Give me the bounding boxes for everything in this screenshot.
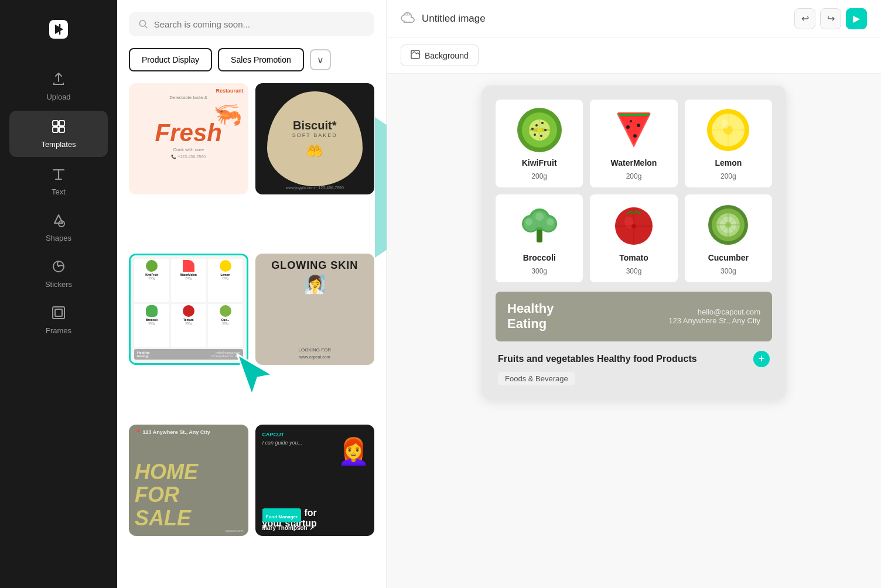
svg-point-17 (535, 124, 538, 127)
sidebar-upload-label: Upload (46, 93, 70, 101)
sidebar-item-shapes[interactable]: Shapes (0, 204, 117, 251)
sidebar-stickers-label: Stickers (45, 280, 72, 289)
lemon-weight: 200g (720, 172, 736, 180)
cursor-pointer (234, 351, 275, 401)
kiwifruit-weight: 200g (531, 172, 547, 180)
background-button[interactable]: Background (401, 45, 479, 66)
svg-rect-1 (53, 121, 58, 126)
product-item-cucumber: Cucumber 300g (685, 194, 772, 282)
search-icon (138, 19, 148, 29)
undo-button[interactable]: ↩ (794, 8, 815, 29)
filter-product-display[interactable]: Product Display (129, 48, 212, 71)
right-panel-header: Untitled image ↩ ↪ ▶ (387, 0, 881, 37)
title-area: Untitled image (401, 10, 486, 27)
template-card-biscuit[interactable]: Biscuit* SOFT BAKED 🤲 www.joypic.com · 1… (255, 83, 375, 194)
filter-bar: Product Display Sales Promotion ∨ (129, 48, 374, 71)
sidebar-item-upload[interactable]: Upload (0, 63, 117, 110)
export-button[interactable]: ▶ (846, 8, 867, 29)
svg-rect-3 (53, 127, 58, 132)
svg-point-26 (633, 134, 637, 138)
sidebar-frames-label: Frames (46, 326, 71, 335)
templates-grid: Restaurant Delectable taste & Fresh Cook… (129, 83, 374, 588)
product-grid: KiwiFruit 200g (496, 100, 772, 282)
footer-address: 123 Anywhere St., Any City (668, 316, 760, 325)
cucumber-name: Cucumber (708, 253, 749, 262)
lemon-name: Lemon (715, 158, 742, 167)
watermelon-image (610, 107, 657, 153)
template-card-healthy[interactable]: KiwiFruit 200g WaterMelon 200g Lemon 200… (129, 254, 248, 365)
tomato-name: Tomato (619, 253, 648, 262)
svg-rect-34 (537, 228, 542, 242)
footer-contact: hello@capcut.com 123 Anywhere St., Any C… (668, 307, 760, 325)
shapes-icon (51, 213, 66, 230)
lemon-image (705, 107, 752, 153)
svg-point-18 (541, 122, 544, 124)
svg-point-23 (537, 128, 542, 132)
cucumber-image (705, 201, 752, 248)
template-card-fresh[interactable]: Restaurant Delectable taste & Fresh Cook… (129, 83, 248, 194)
add-to-canvas-button[interactable]: + (753, 351, 770, 367)
text-icon (51, 166, 66, 184)
canvas-meta: Fruits and vegetables Healthy food Produ… (496, 351, 772, 385)
redo-button[interactable]: ↪ (820, 8, 841, 29)
canvas-card: KiwiFruit 200g (482, 86, 786, 399)
sidebar-item-stickers[interactable]: Stickers (0, 251, 117, 297)
sidebar-item-frames[interactable]: Frames (0, 297, 117, 343)
templates-icon (51, 119, 66, 136)
search-bar (129, 12, 374, 36)
template-card-planning[interactable]: CAPCUT I can guide you... 👩‍🦰 Planning f… (255, 425, 375, 536)
footer-email: hello@capcut.com (668, 307, 760, 316)
template-card-glowing[interactable]: GLOWING SKIN 🧖‍♀️ LOOKING FOR www.capcut… (255, 254, 375, 365)
product-item-tomato: Tomato 300g (590, 194, 677, 282)
cloud-icon (401, 10, 415, 27)
sidebar-item-templates[interactable]: Templates (9, 111, 108, 157)
svg-point-43 (547, 218, 554, 225)
tomato-weight: 300g (626, 267, 642, 275)
product-item-broccoli: Broccoli 300g (496, 194, 583, 282)
kiwifruit-image (516, 107, 563, 153)
filter-more-button[interactable]: ∨ (310, 49, 331, 70)
sidebar: Upload Templates Text (0, 0, 117, 588)
app-logo (43, 14, 74, 45)
svg-point-22 (531, 128, 534, 130)
svg-point-19 (544, 129, 547, 131)
broccoli-name: Broccoli (523, 253, 556, 262)
svg-point-21 (534, 134, 536, 136)
sidebar-shapes-label: Shapes (46, 234, 71, 242)
filter-sales-promotion[interactable]: Sales Promotion (218, 48, 304, 71)
product-item-watermelon: WaterMelon 200g (590, 100, 677, 187)
canvas-meta-title: Fruits and vegetables Healthy food Produ… (498, 351, 770, 367)
cucumber-weight: 300g (720, 267, 736, 275)
background-label: Background (425, 51, 469, 60)
template-card-sale[interactable]: 📍 123 Anywhere St., Any City HOMEFORSALE… (129, 425, 248, 536)
broccoli-image (516, 201, 563, 248)
svg-point-20 (540, 135, 542, 137)
product-item-lemon: Lemon 200g (685, 100, 772, 187)
svg-rect-8 (55, 309, 62, 316)
svg-point-58 (725, 222, 731, 228)
svg-point-41 (525, 218, 532, 225)
panel-title: Untitled image (422, 13, 486, 25)
svg-rect-4 (59, 127, 64, 132)
main-container: Upload Templates Text (0, 0, 881, 588)
stickers-icon (51, 259, 66, 276)
left-panel: Product Display Sales Promotion ∨ Restau… (117, 0, 387, 588)
sidebar-item-text[interactable]: Text (0, 158, 117, 204)
svg-point-49 (631, 224, 636, 228)
svg-point-27 (630, 120, 632, 122)
broccoli-weight: 300g (531, 267, 547, 275)
sidebar-templates-label: Templates (41, 140, 76, 149)
right-panel: Untitled image ↩ ↪ ▶ Background (387, 0, 881, 588)
canvas-area[interactable]: KiwiFruit 200g (387, 74, 881, 588)
background-icon (411, 50, 420, 61)
upload-icon (51, 71, 66, 89)
tomato-image (610, 201, 657, 248)
canvas-footer: HealthyEating hello@capcut.com 123 Anywh… (496, 292, 772, 341)
svg-rect-2 (59, 121, 64, 126)
canvas-meta-tag: Foods & Beverage (498, 372, 575, 385)
svg-point-24 (626, 125, 630, 129)
svg-point-25 (637, 124, 640, 127)
search-input[interactable] (154, 19, 365, 29)
frames-icon (51, 305, 66, 323)
toolbar-area: Background (387, 37, 881, 74)
